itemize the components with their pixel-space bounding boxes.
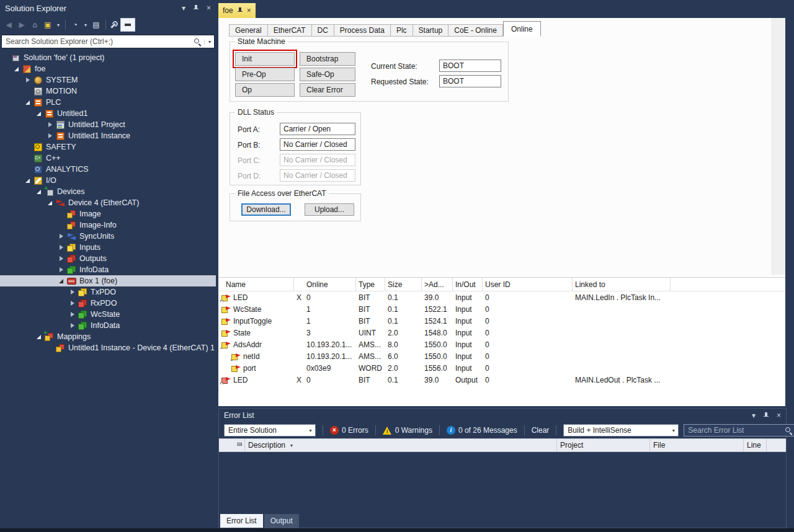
collapsed-arrow-icon[interactable] (57, 253, 67, 264)
tree-item[interactable]: Devices (0, 186, 216, 197)
tree-item[interactable]: SAFETY (0, 141, 216, 153)
tree-item[interactable]: Untitled1 Instance (0, 130, 216, 141)
tree-item[interactable]: Box 1 (foe) (0, 275, 216, 286)
window-menu-chevron-icon[interactable]: ▾ (752, 411, 756, 420)
tree-item[interactable]: SyncUnits (0, 231, 216, 242)
collapsed-arrow-icon[interactable] (57, 231, 67, 242)
port-status-field[interactable]: Carrier / Open (280, 123, 355, 135)
clear-button[interactable]: Clear (532, 426, 550, 435)
variable-row[interactable]: anetId10.193.20.1...AMS...6.01550.0Input… (218, 350, 785, 362)
variable-row[interactable]: LEDX0BIT0.139.0Input0MAIN.LedIn . PlcTas… (218, 291, 785, 303)
column-header-size[interactable]: Size (385, 278, 422, 291)
tab-plc[interactable]: Plc (391, 24, 413, 37)
clear-error-button[interactable]: Clear Error (300, 83, 355, 97)
collapsed-arrow-icon[interactable] (68, 298, 78, 309)
column-header-in-out[interactable]: In/Out (453, 278, 483, 291)
tab-error-list[interactable]: Error List (220, 514, 263, 528)
tab-output[interactable]: Output (264, 514, 299, 528)
variable-row[interactable]: InputToggle1BIT0.11524.1Input0 (218, 315, 785, 327)
error-list-body[interactable] (219, 452, 786, 514)
column-header-project[interactable]: Project (557, 439, 650, 451)
port-status-field[interactable]: No Carrier / Closed (280, 154, 355, 166)
current-state-field[interactable]: BOOT (439, 60, 501, 72)
variable-row[interactable]: sAdsAddr10.193.20.1...AMS...8.01550.0Inp… (218, 339, 785, 350)
variable-row[interactable]: State3UINT2.01548.0Input0 (218, 327, 785, 339)
tree-item[interactable]: ANALYTICS (0, 164, 216, 175)
variable-row[interactable]: port0x03e9WORD2.01556.0Input0 (218, 362, 785, 374)
column-header--ad-[interactable]: >Ad... (422, 278, 453, 291)
close-icon[interactable]: × (207, 4, 211, 12)
column-header-flag[interactable] (234, 439, 245, 451)
tree-item[interactable]: InfoData (0, 264, 216, 275)
safe-op-button[interactable]: Safe-Op (300, 68, 355, 81)
tree-item[interactable]: WcState (0, 309, 216, 320)
expanded-arrow-icon[interactable] (24, 175, 33, 186)
tab-pin-icon[interactable] (237, 7, 243, 14)
dropdown-icon[interactable]: ▾ (55, 19, 61, 31)
tree-item[interactable]: Image (0, 208, 216, 219)
tree-item[interactable]: Untitled1 (0, 108, 216, 119)
expanded-arrow-icon[interactable] (35, 186, 45, 197)
column-header-description[interactable]: Description▾ (245, 439, 557, 451)
tree-item[interactable]: Untitled1 Instance - Device 4 (EtherCAT)… (0, 342, 216, 353)
tree-item[interactable]: C++ (0, 153, 216, 164)
errors-filter-button[interactable]: × 0 Errors (330, 426, 368, 435)
collapsed-arrow-icon[interactable] (68, 286, 78, 298)
tab-dc[interactable]: DC (312, 24, 334, 37)
warnings-filter-button[interactable]: ! 0 Warnings (383, 426, 432, 435)
expanded-arrow-icon[interactable] (57, 275, 67, 286)
column-header-line[interactable]: Line (744, 439, 767, 451)
error-list-search-input[interactable] (684, 426, 785, 435)
history-icon[interactable]: ◔ (69, 19, 81, 31)
tree-item[interactable]: Outputs (0, 253, 216, 264)
nav-back-icon[interactable]: ◀ (3, 19, 14, 31)
collapsed-arrow-icon[interactable] (46, 119, 56, 130)
build-filter-dropdown[interactable]: Build + IntelliSense ▾ (563, 424, 679, 437)
column-header-online[interactable]: Online (304, 278, 356, 291)
column-header-x-marker[interactable] (294, 278, 304, 291)
upload-button[interactable]: Upload... (305, 203, 354, 216)
tab-startup[interactable]: Startup (413, 24, 449, 37)
collapse-all-icon[interactable]: ▤ (91, 19, 102, 31)
tab-ethercat[interactable]: EtherCAT (268, 24, 312, 37)
bootstrap-button[interactable]: Bootstrap (300, 52, 355, 66)
tree-item[interactable]: Mappings (0, 331, 216, 342)
search-icon[interactable] (785, 427, 793, 435)
collapsed-arrow-icon[interactable] (24, 74, 33, 86)
column-header-linked-to[interactable]: Linked to (573, 278, 671, 291)
close-icon[interactable]: × (777, 411, 781, 420)
port-status-field[interactable]: No Carrier / Closed (280, 169, 355, 182)
tree-item[interactable]: Solution 'foe' (1 project) (0, 52, 216, 63)
document-tab-foe[interactable]: foe × (218, 3, 256, 18)
pre-op-button[interactable]: Pre-Op (235, 68, 295, 81)
messages-filter-button[interactable]: i 0 of 26 Messages (447, 426, 517, 435)
search-input[interactable] (2, 37, 194, 46)
variable-row[interactable]: LEDX0BIT0.139.0Output0MAIN.LedOut . PlcT… (218, 374, 785, 386)
collapsed-arrow-icon[interactable] (57, 242, 67, 253)
tree-item[interactable]: InfoData (0, 320, 216, 331)
expanded-arrow-icon[interactable] (12, 63, 22, 74)
requested-state-field[interactable]: BOOT (439, 75, 501, 87)
tree-item[interactable]: RxPDO (0, 298, 216, 309)
column-header-user-id[interactable]: User ID (483, 278, 573, 291)
op-button[interactable]: Op (235, 83, 295, 97)
init-button[interactable]: Init (235, 52, 295, 66)
sync-selection-toggle-icon[interactable] (120, 18, 135, 32)
tab-close-icon[interactable]: × (247, 6, 251, 15)
expanded-arrow-icon[interactable] (24, 97, 33, 108)
column-header-type[interactable]: Type (356, 278, 385, 291)
tree-item[interactable]: I/O (0, 175, 216, 186)
nav-forward-icon[interactable]: ▶ (16, 19, 27, 31)
scope-folder-icon[interactable]: ▣ (42, 19, 53, 31)
tree-item[interactable]: Device 4 (EtherCAT) (0, 197, 216, 208)
search-icon[interactable] (194, 38, 202, 46)
tree-item[interactable]: SYSTEM (0, 74, 216, 86)
tab-online[interactable]: Online (503, 21, 541, 37)
collapsed-arrow-icon[interactable] (68, 309, 78, 320)
pin-icon[interactable] (193, 5, 199, 12)
port-status-field[interactable]: No Carrier / Closed (280, 138, 355, 151)
expanded-arrow-icon[interactable] (35, 108, 45, 119)
pin-icon[interactable] (763, 412, 769, 419)
home-icon[interactable]: ⌂ (29, 19, 40, 31)
tree-item[interactable]: PLC (0, 97, 216, 108)
